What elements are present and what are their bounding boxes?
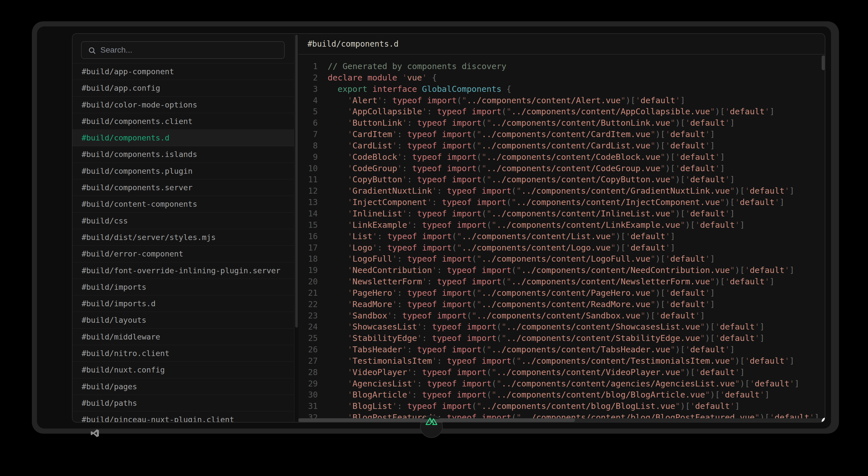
- code-line: 2declare module 'vue' {: [298, 72, 825, 84]
- code-line: 3 export interface GlobalComponents {: [298, 84, 825, 95]
- code-horizontal-scrollbar[interactable]: [298, 418, 825, 422]
- search-input[interactable]: [100, 42, 280, 58]
- code-line: 27 'TestimonialsItem': typeof import("..…: [298, 355, 825, 367]
- code-line: 22 'ReadMore': typeof import("../compone…: [298, 299, 825, 310]
- file-list-item[interactable]: #build/css: [72, 213, 294, 229]
- code-line: 19 'NeedContribution': typeof import("..…: [298, 265, 825, 276]
- file-list-item[interactable]: #build/content-components: [72, 196, 294, 213]
- main-panel: #build/app-component#build/app.config#bu…: [72, 33, 825, 422]
- code-line: 9 'CodeBlock': typeof import("../compone…: [298, 152, 825, 163]
- file-list-item[interactable]: #build/error-component: [72, 246, 294, 262]
- vscode-icon: [90, 428, 100, 438]
- search-icon: [88, 46, 96, 55]
- file-list-item[interactable]: #build/components.islands: [72, 146, 294, 163]
- code-line: 28 'VideoPlayer': typeof import("../comp…: [298, 367, 825, 378]
- code-line: 16 'List': typeof import("../components/…: [298, 231, 825, 242]
- code-line: 31 'BlogList': typeof import("../compone…: [298, 401, 825, 412]
- file-list-item[interactable]: #build/components.client: [72, 113, 294, 130]
- search-box: [81, 41, 285, 59]
- code-line: 7 'CardItem': typeof import("../componen…: [298, 129, 825, 140]
- code-pane: #build/components.d 1// Generated by com…: [298, 34, 825, 422]
- file-list-item[interactable]: #build/pinceau-nuxt-plugin.client: [72, 411, 294, 422]
- code-line: 14 'InlineList': typeof import("../compo…: [298, 208, 825, 220]
- code-line: 5 'AppCollapsible': typeof import("../co…: [298, 106, 825, 118]
- code-line: 17 'Logo': typeof import("../components/…: [298, 242, 825, 254]
- code-line: 29 'AgenciesList': typeof import("../com…: [298, 378, 825, 389]
- code-line: 23 'Sandbox': typeof import("../componen…: [298, 310, 825, 322]
- code-vertical-scrollbar-thumb[interactable]: [822, 56, 825, 70]
- code-line: 13 'InjectComponent': typeof import("../…: [298, 197, 825, 208]
- code-line: 10 'CodeGroup': typeof import("../compon…: [298, 163, 825, 174]
- file-list-item[interactable]: #build/app.config: [72, 80, 294, 96]
- file-list-item[interactable]: #build/components.plugin: [72, 163, 294, 180]
- code-line: 12 'GradientNuxtLink': typeof import("..…: [298, 185, 825, 197]
- code-line: 30 'BlogArticle': typeof import("../comp…: [298, 389, 825, 401]
- code-line: 26 'TabsHeader': typeof import("../compo…: [298, 344, 825, 355]
- code-line: 4 'Alert': typeof import("../components/…: [298, 95, 825, 106]
- code-line: 15 'LinkExample': typeof import("../comp…: [298, 220, 825, 231]
- file-list-item[interactable]: #build/nitro.client: [72, 345, 294, 362]
- file-list-item[interactable]: #build/paths: [72, 395, 294, 411]
- file-list-item[interactable]: #build/middleware: [72, 329, 294, 345]
- file-list-item[interactable]: #build/components.d: [72, 130, 294, 146]
- code-line: 11 'CopyButton': typeof import("../compo…: [298, 174, 825, 185]
- code-line: 1// Generated by components discovery: [298, 61, 825, 72]
- file-list-item[interactable]: #build/dist/server/styles.mjs: [72, 229, 294, 246]
- file-list-item[interactable]: #build/imports: [72, 279, 294, 295]
- nuxt-toggle-logo-icon[interactable]: [426, 417, 437, 425]
- tab-vscode[interactable]: [86, 424, 104, 442]
- file-list-item[interactable]: #build/color-mode-options: [72, 97, 294, 113]
- code-line: 8 'CardList': typeof import("../componen…: [298, 140, 825, 152]
- code-header: #build/components.d: [298, 34, 825, 55]
- pane-splitter[interactable]: [294, 34, 298, 422]
- open-file-title: #build/components.d: [307, 34, 398, 54]
- file-list-item[interactable]: #build/components.server: [72, 180, 294, 196]
- code-line: 24 'ShowcasesList': typeof import("../co…: [298, 321, 825, 333]
- file-list-item[interactable]: #build/layouts: [72, 312, 294, 328]
- virtual-files-sidebar: #build/app-component#build/app.config#bu…: [72, 34, 294, 422]
- sidebar-scrollbar-thumb[interactable]: [295, 35, 298, 327]
- file-list-item[interactable]: #build/app-component: [72, 63, 294, 80]
- code-line: 18 'LogoFull': typeof import("../compone…: [298, 253, 825, 265]
- file-list-item[interactable]: #build/pages: [72, 378, 294, 395]
- code-line: 20 'NewsletterForm': typeof import("../c…: [298, 276, 825, 287]
- file-list: #build/app-component#build/app.config#bu…: [72, 63, 294, 422]
- icon-rail: [37, 26, 72, 429]
- code-line: 25 'StabilityEdge': typeof import("../co…: [298, 333, 825, 344]
- file-list-item[interactable]: #build/font-override-inlining-plugin.ser…: [72, 262, 294, 279]
- code-line: 6 'ButtonLink': typeof import("../compon…: [298, 118, 825, 129]
- file-list-item[interactable]: #build/imports.d: [72, 295, 294, 312]
- code-line: 21 'PageHero': typeof import("../compone…: [298, 287, 825, 299]
- file-list-item[interactable]: #build/nuxt.config: [72, 362, 294, 378]
- code-lines: 1// Generated by components discovery2de…: [298, 61, 825, 422]
